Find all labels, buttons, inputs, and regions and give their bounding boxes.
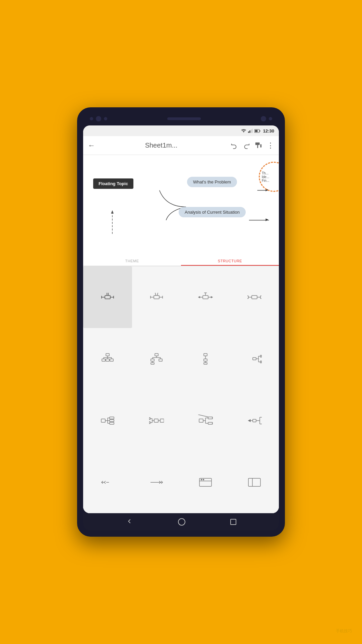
app-toolbar: ← Sheet1m... (83, 136, 279, 155)
svg-line-101 (198, 415, 208, 417)
svg-rect-96 (199, 419, 203, 422)
svg-marker-35 (211, 297, 213, 298)
phone-top-bar (83, 113, 279, 125)
toolbar-actions: ⋮ (231, 141, 274, 150)
svg-rect-76 (260, 355, 261, 357)
camera-dots-left (90, 116, 107, 121)
svg-rect-8 (255, 142, 260, 145)
camera-dots-right (261, 116, 272, 121)
svg-rect-47 (106, 354, 109, 356)
svg-marker-33 (198, 297, 200, 298)
svg-rect-70 (204, 363, 207, 364)
back-button[interactable]: ← (88, 141, 95, 150)
svg-rect-95 (160, 419, 164, 422)
svg-marker-10 (260, 144, 262, 147)
watermark: 手机技巧 (336, 628, 352, 634)
structure-item-6[interactable] (132, 328, 181, 390)
svg-line-29 (155, 293, 156, 296)
svg-rect-92 (149, 418, 150, 420)
svg-rect-1 (248, 131, 249, 133)
svg-marker-12 (111, 210, 114, 214)
tab-structure[interactable]: STRUCTURE (181, 256, 279, 266)
svg-marker-15 (265, 219, 268, 221)
structure-item-9[interactable] (83, 390, 132, 451)
svg-marker-0 (243, 131, 245, 132)
status-icons (241, 129, 260, 133)
svg-rect-62 (159, 359, 162, 361)
structure-item-3[interactable] (181, 266, 230, 328)
format-painter-icon[interactable] (255, 142, 262, 149)
svg-rect-85 (110, 420, 114, 422)
phone-screen: 12:30 ← Sheet1m... (83, 125, 279, 513)
svg-rect-117 (248, 478, 260, 486)
dot-4 (261, 116, 266, 121)
svg-rect-55 (110, 359, 113, 361)
svg-rect-9 (257, 145, 258, 148)
structure-item-8[interactable] (230, 328, 279, 390)
phone-wrapper: 12:30 ← Sheet1m... (77, 107, 285, 537)
structure-item-10[interactable] (132, 390, 181, 451)
structure-grid (83, 266, 279, 513)
svg-rect-86 (110, 422, 114, 424)
svg-point-115 (201, 479, 202, 480)
svg-rect-84 (110, 417, 114, 419)
svg-rect-54 (106, 359, 109, 361)
signal-icon (248, 129, 253, 133)
tab-theme[interactable]: THEME (83, 256, 181, 266)
svg-rect-71 (253, 358, 256, 360)
more-icon[interactable]: ⋮ (267, 141, 274, 150)
canvas-area[interactable]: Floating Topic What's the Problem Analys… (83, 155, 279, 256)
svg-rect-77 (260, 361, 261, 363)
structure-item-15[interactable] (181, 451, 230, 513)
nav-recents-button[interactable] (230, 519, 236, 525)
structure-item-14[interactable] (132, 451, 181, 513)
structure-item-5[interactable] (83, 328, 132, 390)
speaker (167, 117, 201, 120)
svg-rect-17 (105, 296, 110, 299)
floating-topic: Floating Topic (93, 178, 133, 189)
structure-item-7[interactable] (181, 328, 230, 390)
svg-rect-38 (252, 296, 257, 299)
battery-icon (254, 129, 260, 133)
svg-rect-61 (151, 359, 154, 361)
clock: 12:30 (263, 128, 274, 133)
svg-rect-104 (253, 419, 256, 422)
svg-rect-93 (149, 422, 150, 424)
svg-rect-6 (259, 130, 260, 131)
svg-rect-64 (151, 363, 154, 364)
whats-problem-node: What's the Problem (187, 177, 237, 187)
structure-item-2[interactable] (132, 266, 181, 328)
nav-back-button[interactable] (126, 518, 133, 526)
svg-rect-2 (249, 130, 250, 133)
dot-1 (90, 117, 93, 120)
svg-rect-53 (102, 359, 105, 361)
structure-item-11[interactable] (181, 390, 230, 451)
mindmap-lines (83, 155, 279, 256)
dot-3 (104, 117, 107, 120)
svg-rect-68 (204, 359, 207, 361)
dot-5 (269, 117, 272, 120)
svg-rect-78 (101, 419, 105, 422)
tab-underline (181, 265, 279, 266)
svg-rect-7 (255, 130, 257, 132)
svg-rect-24 (154, 296, 159, 299)
structure-item-4[interactable] (230, 266, 279, 328)
svg-line-30 (157, 293, 158, 296)
svg-rect-65 (204, 354, 207, 356)
structure-item-16[interactable] (230, 451, 279, 513)
structure-item-13[interactable] (83, 451, 132, 513)
svg-rect-56 (155, 354, 158, 356)
svg-point-116 (203, 479, 204, 480)
redo-icon[interactable] (243, 142, 250, 149)
status-bar: 12:30 (83, 125, 279, 136)
nav-home-button[interactable] (178, 518, 185, 526)
svg-rect-3 (251, 129, 252, 133)
tab-bar: THEME STRUCTURE (83, 256, 279, 266)
undo-icon[interactable] (231, 142, 238, 149)
bottom-nav (83, 513, 279, 531)
dot-2 (96, 116, 101, 121)
structure-item-12[interactable] (230, 390, 279, 451)
structure-item-1[interactable] (83, 266, 132, 328)
analysis-node: Analysis of Current Situation (179, 207, 246, 217)
svg-rect-87 (154, 419, 158, 422)
